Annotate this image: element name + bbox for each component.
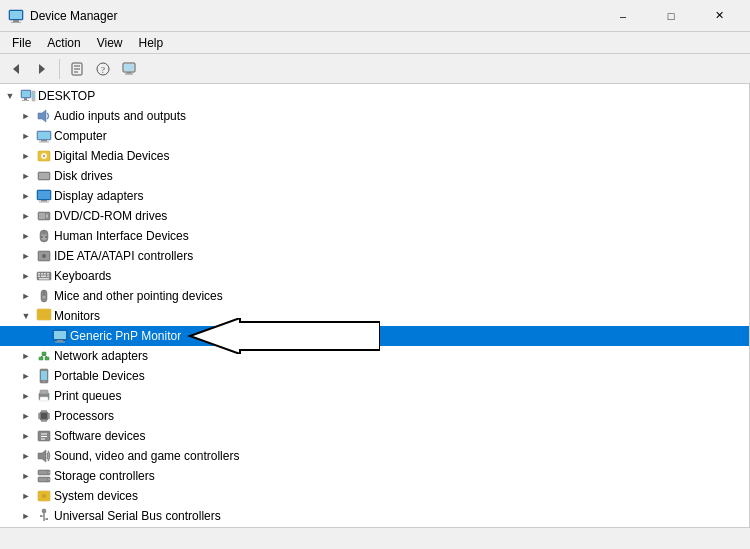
tree-item-keyboard[interactable]: ► Keyboards [0,266,749,286]
svg-marker-5 [39,64,45,74]
tree-item-computer[interactable]: ► Computer [0,126,749,146]
icon-computer-item [36,128,52,144]
svg-point-60 [43,296,46,299]
monitor-button[interactable] [117,57,141,81]
toggle-dvd[interactable]: ► [18,208,34,224]
status-bar [0,527,750,549]
properties-button[interactable] [65,57,89,81]
svg-rect-37 [39,202,49,203]
tree-item-mouse[interactable]: ► Mice and other pointing devices [0,286,749,306]
tree-item-software-label: Software devices [54,429,145,443]
toggle-network[interactable]: ► [18,348,34,364]
tree-item-mouse-label: Mice and other pointing devices [54,289,223,303]
icon-portable [36,368,52,384]
tree-item-processor[interactable]: ► Proces [0,406,749,426]
icon-print [36,388,52,404]
toggle-mouse[interactable]: ► [18,288,34,304]
menu-bar: File Action View Help [0,32,750,54]
toggle-computer[interactable]: ► [18,128,34,144]
svg-point-45 [45,236,47,238]
icon-keyboard [36,268,52,284]
tree-item-software[interactable]: ► Software devices [0,426,749,446]
toggle-hid[interactable]: ► [18,228,34,244]
tree-item-sound[interactable]: ► Sound, video and game controllers [0,446,749,466]
tree-item-print[interactable]: ► Print queues [0,386,749,406]
tree-item-network[interactable]: ► Network adapters [0,346,749,366]
menu-view[interactable]: View [89,34,131,52]
toggle-keyboard[interactable]: ► [18,268,34,284]
tree-item-audio[interactable]: ► Audio inputs and outputs [0,106,749,126]
device-tree[interactable]: ▼ DESKTOP ► Au [0,84,750,527]
tree-item-portable[interactable]: ► Portable Devices [0,366,749,386]
tree-item-dvd[interactable]: ► DVD/CD-ROM drives [0,206,749,226]
icon-computer [20,88,36,104]
window-title: Device Manager [30,9,600,23]
svg-rect-39 [39,213,45,219]
back-button[interactable] [4,57,28,81]
toggle-display[interactable]: ► [18,188,34,204]
tree-item-disk[interactable]: ► Disk drives [0,166,749,186]
tree-item-media[interactable]: ► Digital Media Devices [0,146,749,166]
svg-point-107 [42,494,46,498]
icon-hid [36,228,52,244]
tree-item-usb-label: Universal Serial Bus controllers [54,509,221,523]
toggle-system[interactable]: ► [18,488,34,504]
tree-item-generic-monitor[interactable]: ► Generic PnP Monitor [0,326,749,346]
tree-item-ide[interactable]: ► IDE ATA/ATAPI controllers [0,246,749,266]
toggle-monitors[interactable]: ▼ [18,308,34,324]
tree-item-print-label: Print queues [54,389,121,403]
icon-media [36,148,52,164]
tree-root-desktop-label: DESKTOP [38,89,95,103]
maximize-button[interactable]: □ [648,0,694,32]
tree-item-storage[interactable]: ► Storage controllers [0,466,749,486]
toggle-software[interactable]: ► [18,428,34,444]
tree-item-sound-label: Sound, video and game controllers [54,449,239,463]
icon-storage [36,468,52,484]
svg-marker-98 [38,450,46,462]
toggle-ide[interactable]: ► [18,248,34,264]
tree-root-desktop[interactable]: ▼ DESKTOP [0,86,749,106]
menu-action[interactable]: Action [39,34,88,52]
icon-network [36,348,52,364]
menu-file[interactable]: File [4,34,39,52]
toggle-desktop[interactable]: ▼ [2,88,18,104]
tree-item-portable-label: Portable Devices [54,369,145,383]
svg-point-102 [48,479,50,481]
menu-help[interactable]: Help [131,34,172,52]
toggle-media[interactable]: ► [18,148,34,164]
toggle-print[interactable]: ► [18,388,34,404]
icon-processor [36,408,52,424]
tree-item-monitors[interactable]: ▼ Monitors [0,306,749,326]
toggle-processor[interactable]: ► [18,408,34,424]
tree-item-usb[interactable]: ► Universal Serial Bus controllers [0,506,749,526]
help-button[interactable]: ? [91,57,115,81]
svg-rect-19 [22,100,29,101]
tree-item-system[interactable]: ► System devices [0,486,749,506]
tree-item-display[interactable]: ► Display adapters [0,186,749,206]
svg-rect-3 [11,22,21,23]
minimize-button[interactable]: – [600,0,646,32]
toggle-usb[interactable]: ► [18,508,34,524]
svg-point-44 [41,236,43,238]
icon-mouse [36,288,52,304]
icon-usb [36,508,52,524]
toggle-sound[interactable]: ► [18,448,34,464]
toggle-storage[interactable]: ► [18,468,34,484]
toggle-disk[interactable]: ► [18,168,34,184]
icon-audio [36,108,52,124]
forward-button[interactable] [30,57,54,81]
svg-rect-24 [38,132,50,139]
svg-rect-103 [39,471,47,474]
icon-dvd [36,208,52,224]
svg-line-72 [44,355,47,357]
icon-monitors [36,308,52,324]
svg-rect-113 [46,518,48,520]
tree-item-disk-label: Disk drives [54,169,113,183]
tree-item-hid[interactable]: ► Human Interface Devices [0,226,749,246]
toggle-portable[interactable]: ► [18,368,34,384]
svg-rect-25 [41,140,47,142]
svg-text:?: ? [101,65,105,75]
close-button[interactable]: ✕ [696,0,742,32]
svg-rect-70 [42,352,46,355]
toggle-audio[interactable]: ► [18,108,34,124]
